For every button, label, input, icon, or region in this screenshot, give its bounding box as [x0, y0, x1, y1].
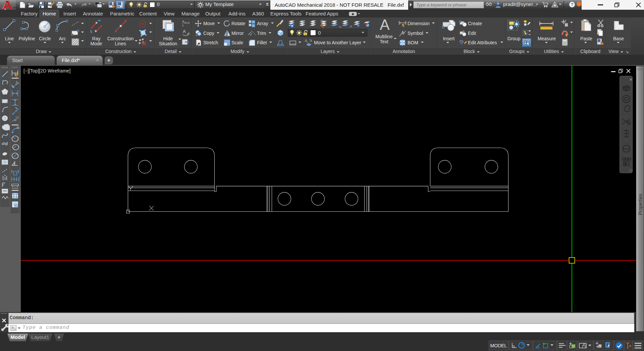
svg-text:A-A: A-A — [184, 21, 190, 24]
svg-text:H7: H7 — [15, 205, 18, 207]
svg-text:?: ? — [571, 2, 574, 7]
svg-text:A: A — [401, 30, 404, 34]
svg-text:A: A — [183, 29, 186, 34]
